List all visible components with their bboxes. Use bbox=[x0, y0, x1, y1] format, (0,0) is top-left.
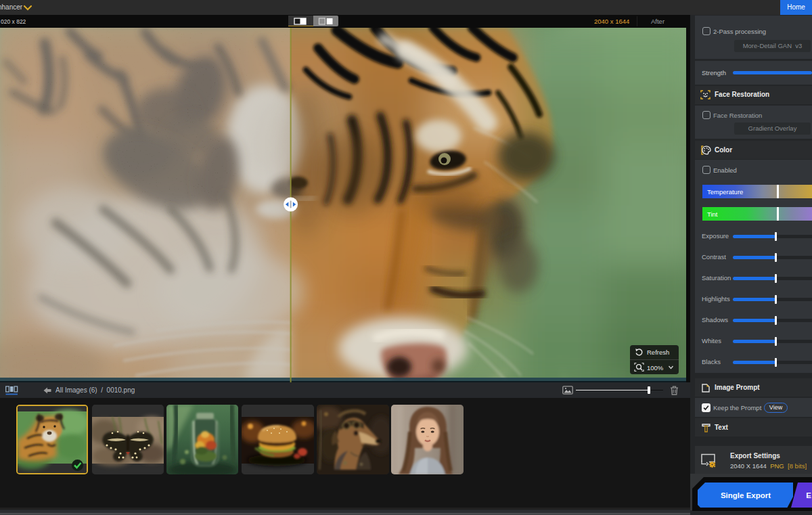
svg-text:Single Export: Single Export bbox=[721, 491, 771, 499]
svg-text:E: E bbox=[806, 491, 811, 499]
